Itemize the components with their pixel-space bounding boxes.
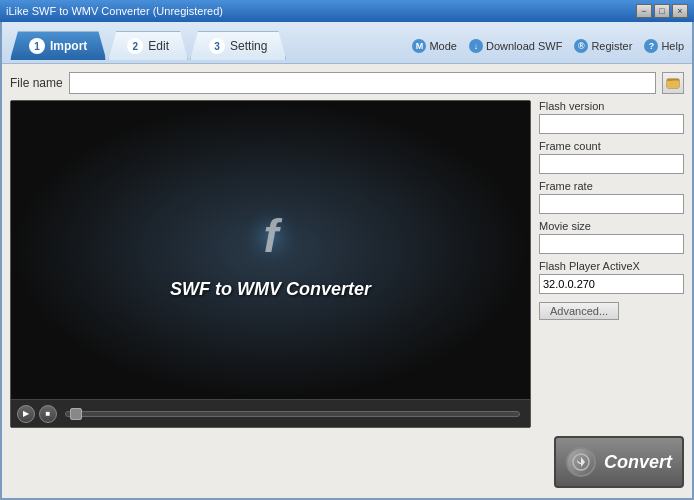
download-button[interactable]: ↓ Download SWF bbox=[469, 39, 562, 53]
tab-setting-num: 3 bbox=[209, 38, 225, 54]
titlebar-title: iLike SWF to WMV Converter (Unregistered… bbox=[6, 5, 223, 17]
advanced-button[interactable]: Advanced... bbox=[539, 302, 619, 320]
tab-import-num: 1 bbox=[29, 38, 45, 54]
maximize-button[interactable]: □ bbox=[654, 4, 670, 18]
right-panel: Flash version Frame count Frame rate Mov… bbox=[539, 100, 684, 428]
flash-version-label: Flash version bbox=[539, 100, 684, 112]
video-title: SWF to WMV Converter bbox=[170, 279, 371, 300]
content-area: File name bbox=[2, 64, 692, 498]
folder-icon bbox=[666, 76, 680, 90]
help-icon: ? bbox=[644, 39, 658, 53]
movie-size-label: Movie size bbox=[539, 220, 684, 232]
download-label: Download SWF bbox=[486, 40, 562, 52]
close-button[interactable]: × bbox=[672, 4, 688, 18]
tab-edit-num: 2 bbox=[127, 38, 143, 54]
video-preview: f SWF to WMV Converter ▶ ■ bbox=[10, 100, 531, 428]
convert-icon bbox=[566, 447, 596, 477]
flash-player-input[interactable] bbox=[539, 274, 684, 294]
tab-edit-label: Edit bbox=[148, 39, 169, 53]
help-button[interactable]: ? Help bbox=[644, 39, 684, 53]
help-label: Help bbox=[661, 40, 684, 52]
frame-count-input[interactable] bbox=[539, 154, 684, 174]
flash-player-group: Flash Player ActiveX bbox=[539, 260, 684, 294]
tab-import-label: Import bbox=[50, 39, 87, 53]
video-controls: ▶ ■ bbox=[11, 399, 530, 427]
mode-icon: M bbox=[412, 39, 426, 53]
tab-edit[interactable]: 2 Edit bbox=[108, 31, 188, 60]
filename-input[interactable] bbox=[69, 72, 656, 94]
register-icon: ® bbox=[574, 39, 588, 53]
stop-button[interactable]: ■ bbox=[39, 405, 57, 423]
mode-button[interactable]: M Mode bbox=[412, 39, 457, 53]
flash-version-input[interactable] bbox=[539, 114, 684, 134]
main-window: 1 Import 2 Edit 3 Setting M Mode ↓ Downl… bbox=[0, 22, 694, 500]
frame-count-group: Frame count bbox=[539, 140, 684, 174]
register-label: Register bbox=[591, 40, 632, 52]
frame-count-label: Frame count bbox=[539, 140, 684, 152]
flash-logo-icon: f bbox=[236, 201, 306, 271]
filename-row: File name bbox=[10, 72, 684, 94]
browse-button[interactable] bbox=[662, 72, 684, 94]
convert-button[interactable]: Convert bbox=[554, 436, 684, 488]
tab-import[interactable]: 1 Import bbox=[10, 31, 106, 60]
flash-version-group: Flash version bbox=[539, 100, 684, 134]
minimize-button[interactable]: − bbox=[636, 4, 652, 18]
titlebar-buttons: − □ × bbox=[636, 4, 688, 18]
frame-rate-label: Frame rate bbox=[539, 180, 684, 192]
progress-thumb bbox=[70, 408, 82, 420]
frame-rate-group: Frame rate bbox=[539, 180, 684, 214]
bottom-row: Convert bbox=[10, 434, 684, 490]
titlebar: iLike SWF to WMV Converter (Unregistered… bbox=[0, 0, 694, 22]
play-button[interactable]: ▶ bbox=[17, 405, 35, 423]
movie-size-input[interactable] bbox=[539, 234, 684, 254]
tabbar: 1 Import 2 Edit 3 Setting M Mode ↓ Downl… bbox=[2, 22, 692, 64]
movie-size-group: Movie size bbox=[539, 220, 684, 254]
convert-label: Convert bbox=[604, 452, 672, 473]
toolbar-right: M Mode ↓ Download SWF ® Register ? Help bbox=[412, 39, 684, 53]
progress-bar[interactable] bbox=[65, 411, 520, 417]
filename-label: File name bbox=[10, 76, 63, 90]
tab-setting-label: Setting bbox=[230, 39, 267, 53]
main-area: f SWF to WMV Converter ▶ ■ Flash version bbox=[10, 100, 684, 428]
video-screen: f SWF to WMV Converter bbox=[11, 101, 530, 399]
frame-rate-input[interactable] bbox=[539, 194, 684, 214]
tabs: 1 Import 2 Edit 3 Setting bbox=[10, 31, 288, 60]
flash-player-label: Flash Player ActiveX bbox=[539, 260, 684, 272]
register-button[interactable]: ® Register bbox=[574, 39, 632, 53]
tab-setting[interactable]: 3 Setting bbox=[190, 31, 286, 60]
mode-label: Mode bbox=[429, 40, 457, 52]
download-icon: ↓ bbox=[469, 39, 483, 53]
